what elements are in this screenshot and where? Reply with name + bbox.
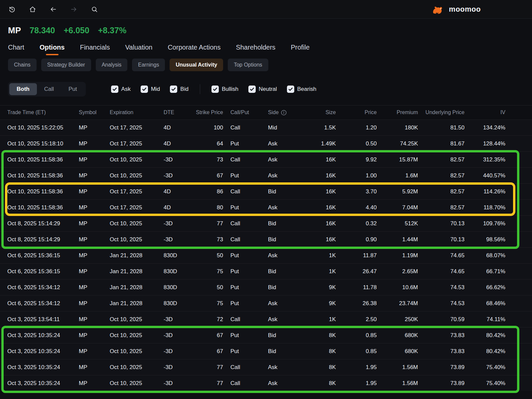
info-icon[interactable]	[281, 110, 287, 115]
cell-call-put: Put	[223, 300, 260, 307]
col-iv: IV	[465, 109, 505, 115]
table-row[interactable]: Oct 3, 2025 10:35:24MPOct 10, 2025-3D67P…	[0, 327, 532, 343]
cell-price: 1.95	[336, 364, 377, 371]
checkbox-label: Ask	[121, 86, 131, 93]
cell-expiration: Oct 10, 2025	[110, 236, 164, 243]
cell-iv: 66.71%	[465, 268, 505, 275]
ticker-price: 78.340	[30, 26, 55, 35]
table-row[interactable]: Oct 10, 2025 11:58:36MPOct 10, 2025-3D73…	[0, 151, 532, 167]
checkbox-mid[interactable]: Mid	[141, 86, 160, 93]
cell-call-put: Put	[223, 204, 260, 211]
table-row[interactable]: Oct 3, 2025 10:35:24MPOct 10, 2025-3D77C…	[0, 375, 532, 391]
cell-size: 8K	[303, 364, 336, 371]
cell-call-put: Call	[223, 124, 260, 131]
cell-expiration: Jan 21, 2028	[110, 252, 164, 259]
tab-chart[interactable]: Chart	[8, 44, 24, 55]
checkbox-label: Bullish	[222, 86, 238, 93]
tab-shareholders[interactable]: Shareholders	[236, 44, 275, 55]
cell-strike-price: 75	[195, 300, 223, 307]
table-row[interactable]: Oct 10, 2025 15:18:10MPOct 17, 20254D64P…	[0, 135, 532, 151]
checkbox-bid[interactable]: Bid	[170, 86, 189, 93]
cell-underlying-price: 73.89	[418, 364, 465, 371]
cell-symbol: MP	[79, 268, 110, 275]
checkbox-bearish[interactable]: Bearish	[287, 86, 317, 93]
cell-iv: 118.70%	[465, 204, 505, 211]
cell-size: 8K	[303, 348, 336, 355]
forward-arrow-icon[interactable]	[70, 5, 78, 13]
cell-side: Bid	[260, 332, 303, 339]
cell-strike-price: 77	[195, 380, 223, 387]
table-row[interactable]: Oct 8, 2025 15:14:29MPOct 10, 2025-3D73C…	[0, 231, 532, 247]
toggle-put[interactable]: Put	[61, 83, 84, 95]
table-row[interactable]: Oct 3, 2025 10:35:24MPOct 10, 2025-3D67P…	[0, 343, 532, 359]
col-strike-price: Strike Price	[195, 109, 223, 115]
col-call-put: Call/Put	[223, 109, 260, 115]
cell-price: 11.78	[336, 284, 377, 291]
history-icon[interactable]	[8, 5, 16, 13]
search-icon[interactable]	[90, 5, 98, 13]
tab-valuation[interactable]: Valuation	[125, 44, 153, 55]
cell-underlying-price: 82.57	[418, 188, 465, 195]
cell-call-put: Call	[223, 156, 260, 163]
cell-size: 1K	[303, 268, 336, 275]
tab-profile[interactable]: Profile	[291, 44, 310, 55]
cell-price: 26.47	[336, 268, 377, 275]
cell-iv: 109.76%	[465, 220, 505, 227]
checkbox-checked-icon	[141, 86, 148, 93]
cell-strike-price: 77	[195, 364, 223, 371]
cell-call-put: Call	[223, 364, 260, 371]
cell-strike-price: 50	[195, 284, 223, 291]
cell-symbol: MP	[79, 156, 110, 163]
subtab-top-options[interactable]: Top Options	[228, 59, 268, 71]
table-row[interactable]: Oct 10, 2025 11:58:36MPOct 17, 20254D86C…	[0, 183, 532, 199]
cell-expiration: Jan 21, 2028	[110, 268, 164, 275]
table-row[interactable]: Oct 6, 2025 15:36:15MPJan 21, 2028830D75…	[0, 263, 532, 279]
table-row[interactable]: Oct 3, 2025 13:54:11MPOct 10, 2025-3D72C…	[0, 311, 532, 327]
cell-call-put: Call	[223, 220, 260, 227]
checkbox-bullish[interactable]: Bullish	[211, 86, 238, 93]
cell-symbol: MP	[79, 140, 110, 147]
cell-price: 0.85	[336, 332, 377, 339]
cell-expiration: Oct 17, 2025	[110, 124, 164, 131]
table-row[interactable]: Oct 6, 2025 15:34:12MPJan 21, 2028830D75…	[0, 295, 532, 311]
cell-dte: 830D	[164, 300, 195, 307]
cell-side: Ask	[260, 380, 303, 387]
tab-options[interactable]: Options	[40, 44, 65, 55]
cell-strike-price: 50	[195, 252, 223, 259]
toggle-call[interactable]: Call	[37, 83, 61, 95]
back-arrow-icon[interactable]	[49, 5, 57, 13]
table-row[interactable]: Oct 10, 2025 11:58:36MPOct 17, 20254D80P…	[0, 199, 532, 215]
cell-trade-time: Oct 6, 2025 15:34:12	[7, 300, 79, 307]
cell-underlying-price: 74.65	[418, 252, 465, 259]
subtab-chains[interactable]: Chains	[8, 59, 37, 71]
cell-underlying-price: 70.13	[418, 220, 465, 227]
toggle-both[interactable]: Both	[9, 83, 37, 95]
cell-side: Ask	[260, 156, 303, 163]
cell-size: 9K	[303, 300, 336, 307]
checkbox-ask[interactable]: Ask	[111, 86, 131, 93]
cell-expiration: Oct 10, 2025	[110, 172, 164, 179]
cell-strike-price: 73	[195, 156, 223, 163]
cell-premium: 23.74M	[377, 300, 418, 307]
table-row[interactable]: Oct 10, 2025 11:58:36MPOct 10, 2025-3D67…	[0, 167, 532, 183]
table-row[interactable]: Oct 3, 2025 10:35:24MPOct 10, 2025-3D77C…	[0, 359, 532, 375]
cell-expiration: Oct 10, 2025	[110, 156, 164, 163]
subtab-strategy-builder[interactable]: Strategy Builder	[41, 59, 91, 71]
moomoo-logo: moomoo	[431, 4, 481, 14]
checkbox-neutral[interactable]: Neutral	[248, 86, 277, 93]
table-row[interactable]: Oct 6, 2025 15:34:12MPJan 21, 2028830D50…	[0, 279, 532, 295]
subtab-unusual-activity[interactable]: Unusual Activity	[170, 59, 223, 71]
table-row[interactable]: Oct 6, 2025 15:36:15MPJan 21, 2028830D50…	[0, 247, 532, 263]
subtab-earnings[interactable]: Earnings	[132, 59, 165, 71]
checkbox-checked-icon	[287, 86, 294, 93]
cell-call-put: Put	[223, 332, 260, 339]
cell-premium: 1.19M	[377, 252, 418, 259]
tab-corporate-actions[interactable]: Corporate Actions	[168, 44, 220, 55]
cell-side: Ask	[260, 172, 303, 179]
table-row[interactable]: Oct 8, 2025 15:14:29MPOct 10, 2025-3D77C…	[0, 215, 532, 231]
tab-financials[interactable]: Financials	[80, 44, 110, 55]
cell-side: Ask	[260, 364, 303, 371]
home-icon[interactable]	[29, 5, 37, 13]
subtab-analysis[interactable]: Analysis	[96, 59, 128, 71]
table-row[interactable]: Oct 10, 2025 15:22:05MPOct 17, 20254D100…	[0, 119, 532, 135]
